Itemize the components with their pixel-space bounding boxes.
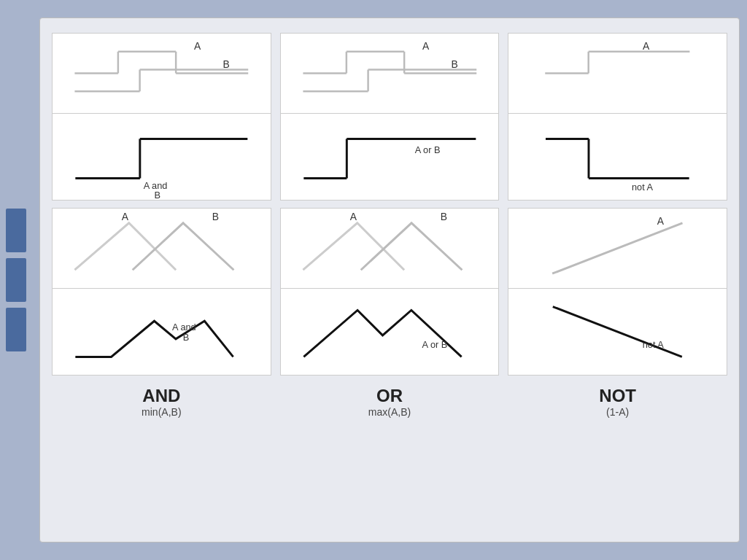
svg-text:A: A (122, 211, 129, 222)
svg-line-44 (552, 223, 682, 273)
not-top-fuzzy: A (508, 208, 727, 288)
not-label-area: NOT (1-A) (599, 383, 636, 422)
svg-text:not A: not A (643, 339, 665, 350)
logic-grid: A B A and B (52, 33, 727, 530)
svg-text:B: B (440, 211, 446, 222)
column-not: A not A A (508, 33, 727, 530)
or-label-area: OR max(A,B) (368, 383, 411, 422)
svg-text:B: B (183, 332, 190, 343)
and-bottom-crisp: A and B (52, 113, 271, 201)
svg-text:B: B (154, 190, 160, 200)
not-sub-label: (1-A) (599, 406, 636, 418)
svg-text:A and: A and (172, 322, 196, 332)
sidebar-tab-2[interactable] (6, 258, 26, 302)
column-or: A B A or B (280, 33, 500, 530)
and-top-fuzzy: A B (52, 208, 271, 288)
or-top-fuzzy: A B (280, 208, 500, 288)
sidebar-tab-3[interactable] (6, 308, 26, 351)
sidebar (0, 0, 32, 560)
or-bottom-crisp: A or B (280, 113, 500, 201)
or-top-crisp: A B (280, 33, 500, 113)
svg-text:A: A (657, 215, 665, 227)
not-bottom-crisp: not A (508, 113, 727, 201)
not-main-label: NOT (599, 386, 636, 406)
and-label-area: AND min(A,B) (142, 383, 181, 422)
not-bottom-fuzzy: not A (508, 288, 727, 376)
svg-text:B: B (223, 58, 230, 70)
svg-text:A: A (349, 211, 357, 222)
svg-text:A: A (194, 40, 201, 52)
or-bottom-fuzzy: A or B (280, 288, 500, 376)
svg-text:not A: not A (632, 182, 654, 192)
or-main-label: OR (368, 386, 411, 406)
not-top-crisp: A (508, 33, 727, 113)
sidebar-tab-1[interactable] (6, 209, 26, 252)
main-container: A B A and B (39, 18, 740, 542)
or-sub-label: max(A,B) (368, 406, 411, 418)
svg-text:A or B: A or B (414, 144, 440, 155)
column-and: A B A and B (52, 33, 271, 530)
svg-text:B: B (451, 58, 457, 70)
svg-text:B: B (212, 211, 219, 222)
and-bottom-fuzzy: A and B (52, 288, 271, 376)
and-main-label: AND (142, 386, 181, 406)
and-top-crisp: A B (52, 33, 271, 113)
svg-text:A or B: A or B (422, 339, 447, 350)
svg-text:A: A (643, 40, 650, 52)
svg-text:A: A (422, 40, 430, 52)
and-sub-label: min(A,B) (142, 406, 181, 418)
